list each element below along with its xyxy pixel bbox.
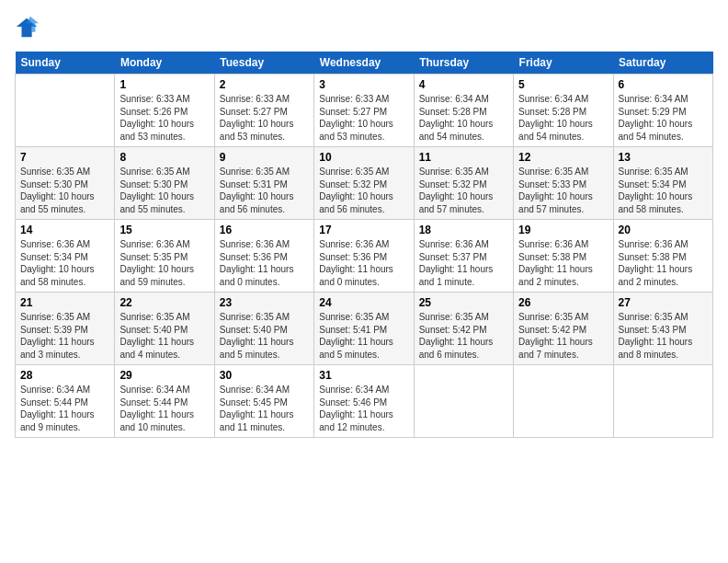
day-number: 31 (319, 369, 408, 382)
calendar-cell: 12Sunrise: 6:35 AMSunset: 5:33 PMDayligh… (514, 147, 613, 220)
calendar-cell: 13Sunrise: 6:35 AMSunset: 5:34 PMDayligh… (613, 147, 712, 220)
cell-content: Sunrise: 6:35 AMSunset: 5:32 PMDaylight:… (319, 166, 408, 215)
calendar-cell: 20Sunrise: 6:36 AMSunset: 5:38 PMDayligh… (613, 220, 712, 293)
calendar-cell: 21Sunrise: 6:35 AMSunset: 5:39 PMDayligh… (16, 293, 115, 365)
day-header-monday: Monday (115, 52, 214, 75)
day-number: 22 (119, 296, 209, 309)
day-header-sunday: Sunday (16, 52, 115, 75)
calendar-header-row: SundayMondayTuesdayWednesdayThursdayFrid… (16, 52, 713, 75)
day-number: 19 (518, 224, 608, 236)
day-number: 21 (20, 296, 109, 309)
calendar-cell: 6Sunrise: 6:34 AMSunset: 5:29 PMDaylight… (613, 75, 712, 147)
cell-content: Sunrise: 6:36 AMSunset: 5:35 PMDaylight:… (119, 238, 209, 288)
calendar-week-5: 28Sunrise: 6:34 AMSunset: 5:44 PMDayligh… (16, 365, 713, 438)
day-header-thursday: Thursday (414, 52, 513, 75)
day-number: 30 (220, 369, 309, 382)
calendar-cell: 16Sunrise: 6:36 AMSunset: 5:36 PMDayligh… (214, 220, 313, 293)
logo (15, 15, 44, 40)
cell-content: Sunrise: 6:36 AMSunset: 5:36 PMDaylight:… (220, 238, 309, 288)
day-number: 12 (518, 151, 608, 164)
calendar-cell: 3Sunrise: 6:33 AMSunset: 5:27 PMDaylight… (314, 75, 414, 147)
calendar-cell: 10Sunrise: 6:35 AMSunset: 5:32 PMDayligh… (314, 147, 414, 220)
calendar-cell: 5Sunrise: 6:34 AMSunset: 5:28 PMDaylight… (514, 75, 613, 147)
cell-content: Sunrise: 6:34 AMSunset: 5:29 PMDaylight:… (619, 93, 708, 143)
day-number: 24 (319, 296, 408, 309)
day-number: 5 (518, 78, 608, 91)
page-header (15, 15, 713, 40)
calendar-cell: 14Sunrise: 6:36 AMSunset: 5:34 PMDayligh… (16, 220, 115, 293)
day-number: 2 (220, 78, 309, 91)
cell-content: Sunrise: 6:35 AMSunset: 5:42 PMDaylight:… (518, 311, 608, 361)
calendar-cell: 25Sunrise: 6:35 AMSunset: 5:42 PMDayligh… (414, 293, 513, 365)
calendar-cell: 15Sunrise: 6:36 AMSunset: 5:35 PMDayligh… (115, 220, 214, 293)
calendar-cell: 4Sunrise: 6:34 AMSunset: 5:28 PMDaylight… (414, 75, 513, 147)
cell-content: Sunrise: 6:35 AMSunset: 5:33 PMDaylight:… (518, 166, 608, 215)
calendar-cell: 19Sunrise: 6:36 AMSunset: 5:38 PMDayligh… (514, 220, 613, 293)
cell-content: Sunrise: 6:34 AMSunset: 5:44 PMDaylight:… (20, 384, 109, 433)
calendar-week-1: 1Sunrise: 6:33 AMSunset: 5:26 PMDaylight… (16, 75, 713, 147)
calendar-week-3: 14Sunrise: 6:36 AMSunset: 5:34 PMDayligh… (16, 220, 713, 293)
day-number: 13 (619, 151, 708, 164)
day-number: 9 (220, 151, 309, 164)
cell-content: Sunrise: 6:36 AMSunset: 5:36 PMDaylight:… (319, 238, 408, 288)
cell-content: Sunrise: 6:36 AMSunset: 5:34 PMDaylight:… (20, 238, 109, 288)
calendar-cell (414, 365, 513, 438)
calendar-cell: 1Sunrise: 6:33 AMSunset: 5:26 PMDaylight… (115, 75, 214, 147)
calendar-cell: 18Sunrise: 6:36 AMSunset: 5:37 PMDayligh… (414, 220, 513, 293)
cell-content: Sunrise: 6:35 AMSunset: 5:42 PMDaylight:… (419, 311, 508, 361)
cell-content: Sunrise: 6:35 AMSunset: 5:30 PMDaylight:… (119, 166, 209, 215)
day-number: 7 (20, 151, 109, 164)
day-number: 4 (419, 78, 508, 91)
logo-icon (15, 15, 40, 40)
cell-content: Sunrise: 6:35 AMSunset: 5:40 PMDaylight:… (220, 311, 309, 361)
calendar-cell: 30Sunrise: 6:34 AMSunset: 5:45 PMDayligh… (214, 365, 313, 438)
day-number: 6 (619, 78, 708, 91)
calendar-table: SundayMondayTuesdayWednesdayThursdayFrid… (15, 52, 713, 438)
day-number: 20 (619, 224, 708, 236)
cell-content: Sunrise: 6:35 AMSunset: 5:41 PMDaylight:… (319, 311, 408, 361)
calendar-cell: 11Sunrise: 6:35 AMSunset: 5:32 PMDayligh… (414, 147, 513, 220)
day-number: 18 (419, 224, 508, 236)
calendar-cell: 22Sunrise: 6:35 AMSunset: 5:40 PMDayligh… (115, 293, 214, 365)
cell-content: Sunrise: 6:34 AMSunset: 5:28 PMDaylight:… (518, 93, 608, 143)
cell-content: Sunrise: 6:35 AMSunset: 5:30 PMDaylight:… (20, 166, 109, 215)
cell-content: Sunrise: 6:35 AMSunset: 5:34 PMDaylight:… (619, 166, 708, 215)
cell-content: Sunrise: 6:35 AMSunset: 5:40 PMDaylight:… (119, 311, 209, 361)
calendar-cell: 2Sunrise: 6:33 AMSunset: 5:27 PMDaylight… (214, 75, 313, 147)
day-number: 16 (220, 224, 309, 236)
day-number: 15 (119, 224, 209, 236)
day-header-tuesday: Tuesday (214, 52, 313, 75)
cell-content: Sunrise: 6:34 AMSunset: 5:44 PMDaylight:… (119, 384, 209, 433)
day-number: 27 (619, 296, 708, 309)
cell-content: Sunrise: 6:34 AMSunset: 5:46 PMDaylight:… (319, 384, 408, 433)
page-container: SundayMondayTuesdayWednesdayThursdayFrid… (0, 0, 728, 445)
calendar-cell: 28Sunrise: 6:34 AMSunset: 5:44 PMDayligh… (16, 365, 115, 438)
cell-content: Sunrise: 6:34 AMSunset: 5:28 PMDaylight:… (419, 93, 508, 143)
cell-content: Sunrise: 6:36 AMSunset: 5:38 PMDaylight:… (518, 238, 608, 288)
day-number: 28 (20, 369, 109, 382)
cell-content: Sunrise: 6:33 AMSunset: 5:26 PMDaylight:… (119, 93, 209, 143)
calendar-cell (514, 365, 613, 438)
day-number: 3 (319, 78, 408, 91)
day-number: 14 (20, 224, 109, 236)
cell-content: Sunrise: 6:35 AMSunset: 5:32 PMDaylight:… (419, 166, 508, 215)
day-number: 23 (220, 296, 309, 309)
day-number: 1 (119, 78, 209, 91)
day-number: 8 (119, 151, 209, 164)
cell-content: Sunrise: 6:35 AMSunset: 5:31 PMDaylight:… (220, 166, 309, 215)
day-number: 11 (419, 151, 508, 164)
calendar-week-4: 21Sunrise: 6:35 AMSunset: 5:39 PMDayligh… (16, 293, 713, 365)
calendar-cell (613, 365, 712, 438)
day-number: 26 (518, 296, 608, 309)
calendar-body: 1Sunrise: 6:33 AMSunset: 5:26 PMDaylight… (16, 75, 713, 438)
calendar-cell: 9Sunrise: 6:35 AMSunset: 5:31 PMDaylight… (214, 147, 313, 220)
day-number: 10 (319, 151, 408, 164)
calendar-cell: 29Sunrise: 6:34 AMSunset: 5:44 PMDayligh… (115, 365, 214, 438)
day-header-wednesday: Wednesday (314, 52, 414, 75)
cell-content: Sunrise: 6:35 AMSunset: 5:43 PMDaylight:… (619, 311, 708, 361)
calendar-cell: 17Sunrise: 6:36 AMSunset: 5:36 PMDayligh… (314, 220, 414, 293)
calendar-cell: 26Sunrise: 6:35 AMSunset: 5:42 PMDayligh… (514, 293, 613, 365)
cell-content: Sunrise: 6:34 AMSunset: 5:45 PMDaylight:… (220, 384, 309, 433)
day-header-friday: Friday (514, 52, 613, 75)
calendar-cell: 24Sunrise: 6:35 AMSunset: 5:41 PMDayligh… (314, 293, 414, 365)
